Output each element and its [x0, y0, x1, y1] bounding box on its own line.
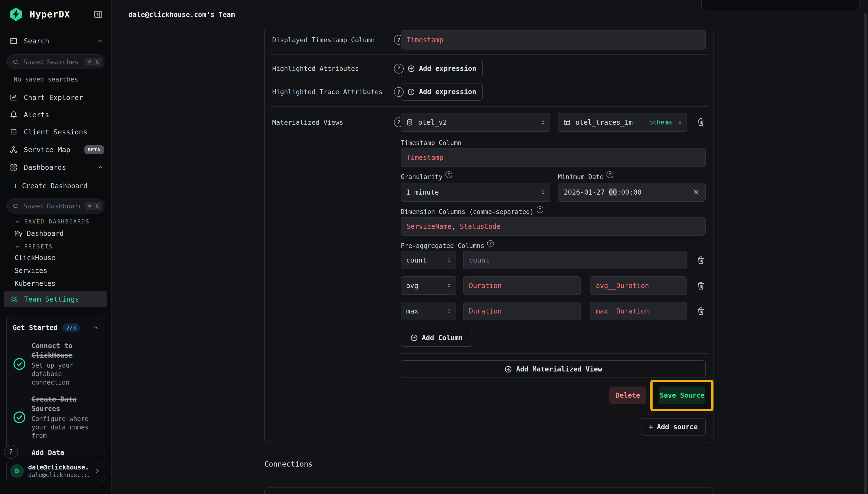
chevrons-updown-icon	[677, 119, 683, 126]
date-value-prefix: 2026-01-27	[564, 188, 609, 196]
chevrons-updown-icon	[540, 119, 546, 126]
granularity-select[interactable]: 1 minute	[401, 183, 550, 202]
select-value: avg	[406, 282, 419, 290]
aggregate-expression-input[interactable]: Duration	[463, 277, 581, 295]
schema-link[interactable]: Schema	[649, 119, 672, 126]
field-label: Granularity	[401, 173, 443, 180]
get-started-step-add-data[interactable]: 3 Add Data Start sending logs, metrics, …	[13, 448, 99, 456]
scrollbar[interactable]	[864, 13, 867, 494]
sidebar-item-clickhouse[interactable]: ClickHouse	[15, 254, 56, 262]
topbar: dale@clickhouse.com's Team	[112, 0, 868, 29]
aggregate-expression-input[interactable]: count	[463, 251, 687, 269]
delete-source-button[interactable]: Delete	[610, 386, 646, 404]
get-started-step-sources[interactable]: Create Data Sources Configure where your…	[13, 395, 99, 440]
get-started-step-connect[interactable]: Connect to ClickHouse Set up your databa…	[13, 341, 99, 387]
sidebar-item-alerts[interactable]: Alerts	[10, 109, 104, 120]
connections-heading: Connections	[265, 460, 313, 468]
chevron-up-icon	[97, 38, 104, 44]
materialized-views-row-label: Materialized Views ?	[272, 113, 404, 132]
sidebar-item-team-settings[interactable]: Team Settings	[4, 291, 107, 307]
get-started-header[interactable]: Get Started 2/3	[13, 323, 99, 332]
sidebar-item-services[interactable]: Services	[15, 267, 47, 275]
divider	[270, 106, 708, 107]
save-source-button[interactable]: Save Source	[659, 386, 705, 404]
hyperdx-logo-icon	[9, 7, 23, 22]
aggregate-fn-select[interactable]: avg	[401, 277, 456, 295]
team-settings-label: Team Settings	[24, 295, 79, 303]
dashboards-icon	[10, 164, 17, 171]
aggregate-alias-input[interactable]: avg__Duration	[590, 277, 687, 295]
sidebar-item-label: Chart Explorer	[24, 93, 83, 102]
dimension-columns-label: Dimension Columns (comma-separated) ?	[401, 208, 543, 215]
step-text: Add Data Start sending logs, metrics, or…	[32, 448, 85, 456]
plus-icon: +	[649, 423, 653, 431]
sidebar-item-kubernetes[interactable]: Kubernetes	[15, 280, 56, 287]
dimension-columns-input[interactable]: ServiceName, StatusCode	[401, 217, 706, 235]
help-circle-icon[interactable]: ?	[606, 171, 613, 178]
help-circle-icon[interactable]: ?	[537, 206, 543, 213]
date-value-suffix: :00:00	[617, 188, 641, 196]
aggregate-fn-select[interactable]: max	[401, 302, 456, 320]
button-label: Add source	[657, 423, 698, 431]
user-menu[interactable]: D dale@clickhouse.… dale@clickhouse.c…	[6, 461, 105, 481]
saved-dashboards-input[interactable]: Saved Dashboards ⌘ K	[6, 198, 105, 213]
create-dashboard-button[interactable]: + Create Dashboard	[14, 182, 88, 190]
chevron-down-icon	[15, 218, 20, 224]
minimum-date-input[interactable]: 2026-01-27 00:00:00	[558, 183, 706, 202]
help-circle-icon[interactable]: ?	[487, 240, 494, 247]
chevrons-updown-icon	[446, 257, 452, 263]
sidebar-collapse-button[interactable]	[93, 9, 103, 19]
section-header-label: PRESETS	[24, 243, 53, 250]
add-expression-button[interactable]: Add expression	[401, 83, 483, 101]
saved-searches-input[interactable]: Saved Searches ⌘ K	[6, 54, 105, 70]
aggregate-expression-input[interactable]: Duration	[463, 302, 581, 320]
sidebar-item-dashboards[interactable]: Dashboards	[10, 162, 104, 173]
database-select[interactable]: otel_v2	[401, 113, 550, 132]
plus-circle-icon	[407, 88, 415, 96]
plus-circle-icon	[410, 334, 418, 342]
granularity-label: Granularity ?	[401, 173, 452, 180]
add-column-button[interactable]: Add Column	[401, 329, 472, 347]
table-select[interactable]: otel_traces_1m Schema	[558, 113, 687, 132]
section-header-label: SAVED DASHBOARDS	[24, 218, 90, 225]
displayed-timestamp-input[interactable]: Timestamp	[401, 30, 706, 50]
date-value-selected: 00	[609, 188, 617, 196]
clear-date-icon[interactable]	[693, 189, 700, 196]
delete-column-icon[interactable]	[696, 256, 705, 264]
saved-dashboards-placeholder: Saved Dashboards	[23, 202, 81, 210]
delete-column-icon[interactable]	[696, 281, 705, 290]
add-materialized-view-button[interactable]: Add Materialized View	[401, 360, 706, 378]
field-label: Displayed Timestamp Column	[272, 36, 375, 44]
help-button[interactable]: ?	[4, 445, 18, 459]
aggregate-fn-select[interactable]: count	[401, 251, 456, 269]
step-subtitle: Set up your database connection	[32, 361, 99, 387]
presets-section-header[interactable]: PRESETS	[15, 243, 53, 250]
sidebar-item-chart-explorer[interactable]: Chart Explorer	[10, 92, 104, 103]
timestamp-column-input[interactable]: Timestamp	[401, 148, 706, 167]
delete-materialized-view-icon[interactable]	[696, 117, 705, 126]
aggregate-alias-input[interactable]: max__Duration	[590, 302, 687, 320]
service-map-icon	[10, 146, 17, 154]
user-info: dale@clickhouse.… dale@clickhouse.c…	[28, 464, 89, 478]
sidebar-item-client-sessions[interactable]: Client Sessions	[10, 127, 104, 137]
button-label: Add Column	[422, 334, 463, 342]
chevron-right-icon	[94, 467, 101, 475]
saved-dashboards-section-header[interactable]: SAVED DASHBOARDS	[15, 218, 90, 225]
check-circle-icon	[13, 411, 26, 424]
sidebar-item-search[interactable]: Search	[10, 35, 104, 46]
delete-column-icon[interactable]	[696, 307, 705, 316]
shortcut-badge: ⌘ K	[85, 202, 102, 210]
sidebar-item-my-dashboard[interactable]: My Dashboard	[15, 230, 63, 238]
database-icon	[406, 119, 413, 126]
field-label: Pre-aggregated Columns	[401, 242, 484, 249]
help-circle-icon[interactable]: ?	[445, 171, 452, 178]
saved-searches-placeholder: Saved Searches	[23, 58, 81, 66]
sidebar-item-service-map[interactable]: Service Map BETA	[10, 144, 104, 155]
create-dashboard-label: Create Dashboard	[22, 182, 88, 190]
sidebar-item-label: Alerts	[24, 111, 49, 119]
add-expression-button[interactable]: Add expression	[401, 60, 483, 77]
add-source-button[interactable]: + Add source	[641, 418, 706, 436]
input-value: Timestamp	[407, 154, 443, 162]
button-label: Add expression	[419, 64, 476, 73]
bell-icon	[10, 111, 17, 119]
